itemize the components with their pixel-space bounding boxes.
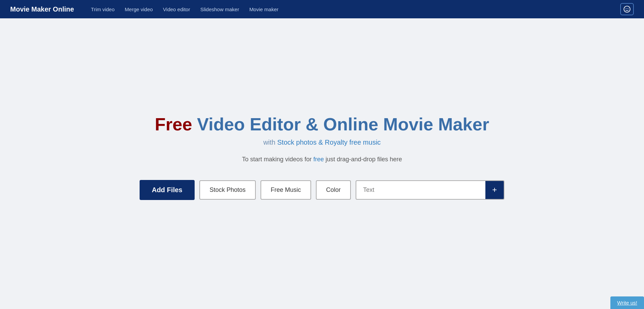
svg-point-1 <box>626 8 626 9</box>
hero-desc-prefix: To start making videos for <box>242 156 313 163</box>
nav-link-slideshow-maker[interactable]: Slideshow maker <box>200 6 239 12</box>
action-buttons-row: Add Files Stock Photos Free Music Color … <box>140 180 504 200</box>
color-button[interactable]: Color <box>316 180 351 200</box>
write-us-button[interactable]: Write us! <box>610 296 644 309</box>
nav-link-trim-video[interactable]: Trim video <box>91 6 114 12</box>
nav-link-movie-maker[interactable]: Movie maker <box>249 6 279 12</box>
nav-link-video-editor[interactable]: Video editor <box>163 6 190 12</box>
hero-title-rest: Video Editor & Online Movie Maker <box>192 114 489 134</box>
free-music-button[interactable]: Free Music <box>261 180 311 200</box>
text-input[interactable] <box>356 181 485 199</box>
hero-subtitle: with Stock photos & Royalty free music <box>263 139 381 146</box>
hero-title-free: Free <box>155 114 192 134</box>
hero-desc-suffix: just drag-and-drop files here <box>324 156 402 163</box>
add-files-button[interactable]: Add Files <box>140 180 195 200</box>
hero-subtitle-highlight: Stock photos & Royalty free music <box>277 139 381 146</box>
hero-title: Free Video Editor & Online Movie Maker <box>155 114 489 134</box>
brand-name: Movie Maker Online <box>10 5 74 13</box>
svg-point-2 <box>628 8 628 9</box>
hero-section: Free Video Editor & Online Movie Maker w… <box>140 114 504 200</box>
text-input-container: + <box>356 180 504 200</box>
main-content: Free Video Editor & Online Movie Maker w… <box>0 18 644 309</box>
user-icon-button[interactable] <box>620 3 634 15</box>
nav-link-merge-video[interactable]: Merge video <box>125 6 153 12</box>
hero-desc-free: free <box>313 156 324 163</box>
plus-button[interactable]: + <box>485 181 504 199</box>
nav-links: Trim video Merge video Video editor Slid… <box>91 6 610 12</box>
navbar: Movie Maker Online Trim video Merge vide… <box>0 0 644 18</box>
svg-point-0 <box>624 6 630 12</box>
hero-subtitle-prefix: with <box>263 139 277 146</box>
smiley-icon <box>623 5 631 13</box>
hero-description: To start making videos for free just dra… <box>242 156 402 163</box>
stock-photos-button[interactable]: Stock Photos <box>199 180 256 200</box>
